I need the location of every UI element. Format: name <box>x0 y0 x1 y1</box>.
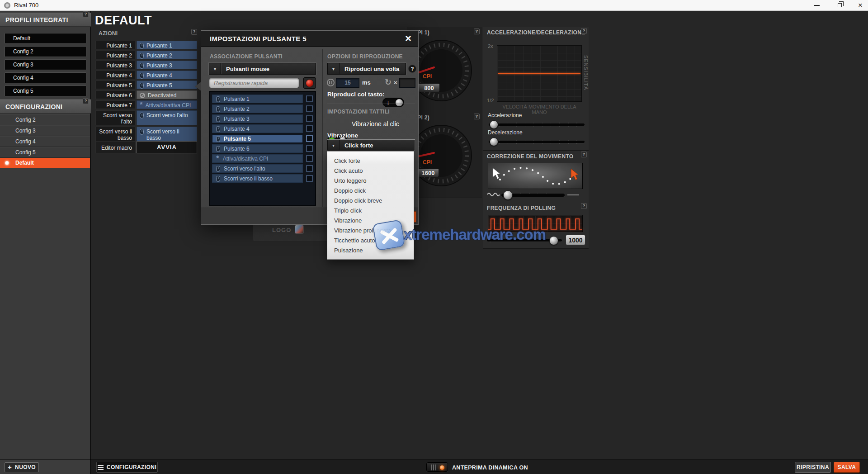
vibration-option[interactable]: Urto leggero <box>327 176 414 186</box>
profile-item-config5[interactable]: Config 5 <box>5 85 86 96</box>
profile-item-default[interactable]: Default <box>5 33 86 44</box>
actions-help-icon[interactable]: ? <box>191 29 197 35</box>
repeat-count-input[interactable] <box>399 78 415 88</box>
binding-type-dropdown[interactable]: ▾ Pulsanti mouse <box>209 63 316 75</box>
cpi2-help-icon[interactable]: ? <box>474 114 480 119</box>
profile-item-config4[interactable]: Config 4 <box>5 72 86 83</box>
new-config-button[interactable]: + NUOVO <box>5 462 39 472</box>
list-item[interactable]: Pulsante 3 <box>212 114 315 123</box>
polling-rate-panel: FREQUENZA DI POLLING ? 1000 <box>483 202 589 249</box>
list-item[interactable]: Pulsante 4 <box>212 124 315 133</box>
action-binding-button[interactable]: Pulsante 1 <box>137 41 197 49</box>
macro-start-button[interactable]: AVVIA <box>137 141 197 153</box>
profiles-help-icon[interactable]: ? <box>83 11 89 17</box>
list-item[interactable]: Pulsante 1 <box>212 95 315 103</box>
action-binding-button[interactable]: Scorri verso l'alto <box>137 110 197 125</box>
dynamic-preview-toggle[interactable] <box>426 462 448 472</box>
config-item-default-active[interactable]: Default <box>0 158 90 168</box>
action-binding-button[interactable]: Pulsante 4 <box>137 71 197 79</box>
movement-slider-knob[interactable] <box>503 190 513 200</box>
acceleration-help-icon[interactable]: ? <box>581 28 587 34</box>
polling-slider-knob[interactable] <box>549 236 558 245</box>
vibration-option[interactable]: Doppio click <box>327 186 414 196</box>
pause-icon[interactable] <box>327 79 335 86</box>
action-binding-button[interactable]: Deactivated <box>137 90 197 99</box>
checkbox[interactable] <box>306 95 313 102</box>
vibration-option[interactable]: Click forte <box>327 156 414 166</box>
tactile-section-label: IMPOSTAZIONI TATTILI <box>327 109 390 115</box>
profile-item-config3[interactable]: Config 3 <box>5 59 86 70</box>
config-item-config5[interactable]: Config 5 <box>0 147 90 158</box>
configurations-help-icon[interactable]: ? <box>83 98 89 104</box>
checkbox[interactable] <box>306 155 313 162</box>
vibration-option[interactable]: Vibrazione <box>327 216 414 226</box>
vibration-option[interactable]: Ticchettio acuto <box>327 236 414 246</box>
polling-help-icon[interactable]: ? <box>581 203 587 209</box>
modal-close-button[interactable]: × <box>402 33 415 45</box>
vibration-label: Vibrazione <box>327 132 358 139</box>
list-item-selected[interactable]: Pulsante 5 <box>212 134 315 143</box>
quick-record-input[interactable]: Registrazione rapida <box>209 78 299 88</box>
acceleration-slider[interactable] <box>489 120 585 129</box>
checkbox[interactable] <box>306 175 313 182</box>
acceleration-slider-knob[interactable] <box>490 120 498 129</box>
vibration-option[interactable]: Pulsazione <box>327 246 414 256</box>
cpi2-gauge[interactable] <box>410 124 473 187</box>
mouse-icon <box>140 53 144 59</box>
config-item-config3[interactable]: Config 3 <box>0 125 90 136</box>
action-row: Scorri verso il basso Scorri verso il ba… <box>95 127 198 142</box>
configurations-button[interactable]: CONFIGURAZIONI <box>96 462 158 473</box>
playback-mode-dropdown[interactable]: ▾ Riproduci una volta <box>327 63 406 75</box>
vibration-option[interactable]: Vibrazione prolungata <box>327 226 414 236</box>
logo-color-icon[interactable] <box>295 225 304 234</box>
vibration-option[interactable]: Triplo click <box>327 206 414 216</box>
deceleration-slider-knob[interactable] <box>490 137 498 146</box>
checkbox[interactable] <box>306 105 313 112</box>
deceleration-slider-label: Decelerazione <box>488 129 523 136</box>
checkbox[interactable] <box>306 145 313 152</box>
checkbox[interactable] <box>306 115 313 122</box>
close-button[interactable]: × <box>853 0 868 10</box>
polling-slider[interactable] <box>487 236 562 246</box>
restore-defaults-button[interactable]: RIPRISTINA <box>795 462 831 473</box>
action-binding-button[interactable]: *Attiva/disattiva CPI <box>137 100 197 109</box>
movement-correction-panel: CORREZIONE DEL MOVIMENTO ? <box>483 151 589 202</box>
checkbox[interactable] <box>306 125 313 132</box>
cpi1-help-icon[interactable]: ? <box>474 28 480 34</box>
configurations-list: Config 2 Config 3 Config 4 Config 5 Defa… <box>0 114 90 168</box>
minimize-button[interactable] <box>809 0 825 10</box>
acceleration-slider-label: Accelerazione <box>488 112 522 118</box>
cpi1-gauge[interactable] <box>410 39 473 102</box>
record-button[interactable] <box>303 77 316 89</box>
profile-item-config2[interactable]: Config 2 <box>5 46 86 57</box>
repeat-icon[interactable]: ↻ <box>385 77 392 87</box>
vibration-type-dropdown[interactable]: ▾ Click forte <box>327 140 415 151</box>
list-item[interactable]: Scorri verso il basso <box>212 174 315 183</box>
vibration-option[interactable]: Doppio click breve <box>327 196 414 206</box>
checkbox[interactable] <box>306 165 313 172</box>
duration-ms-input[interactable]: 15 <box>336 78 359 88</box>
restore-button[interactable] <box>832 0 847 10</box>
vibration-option[interactable]: Click acuto <box>327 166 414 176</box>
list-item[interactable]: *Attiva/disattiva CPI <box>212 154 315 163</box>
chevron-down-icon: ▾ <box>328 63 340 74</box>
section-divider <box>327 104 415 104</box>
action-binding-button[interactable]: Pulsante 5 <box>137 81 197 89</box>
action-binding-button[interactable]: Scorri verso il basso <box>137 127 197 142</box>
config-item-config2[interactable]: Config 2 <box>0 114 90 125</box>
play-key-toggle[interactable]: ↓ <box>382 98 404 107</box>
deceleration-slider[interactable] <box>489 137 585 147</box>
action-binding-button[interactable]: Pulsante 3 <box>137 61 197 69</box>
save-button[interactable]: SALVA <box>834 462 860 473</box>
movement-help-icon[interactable]: ? <box>581 152 587 157</box>
list-item[interactable]: Pulsante 6 <box>212 144 315 153</box>
minimize-icon <box>814 5 820 6</box>
cpi2-value-badge: 1600 <box>417 168 439 177</box>
movement-correction-slider[interactable] <box>501 190 565 199</box>
playback-help-icon[interactable]: ? <box>408 65 416 73</box>
list-item[interactable]: Pulsante 2 <box>212 104 315 113</box>
action-binding-button[interactable]: Pulsante 2 <box>137 51 197 59</box>
checkbox[interactable] <box>306 135 313 142</box>
list-item[interactable]: Scorri verso l'alto <box>212 164 315 173</box>
config-item-config4[interactable]: Config 4 <box>0 136 90 147</box>
